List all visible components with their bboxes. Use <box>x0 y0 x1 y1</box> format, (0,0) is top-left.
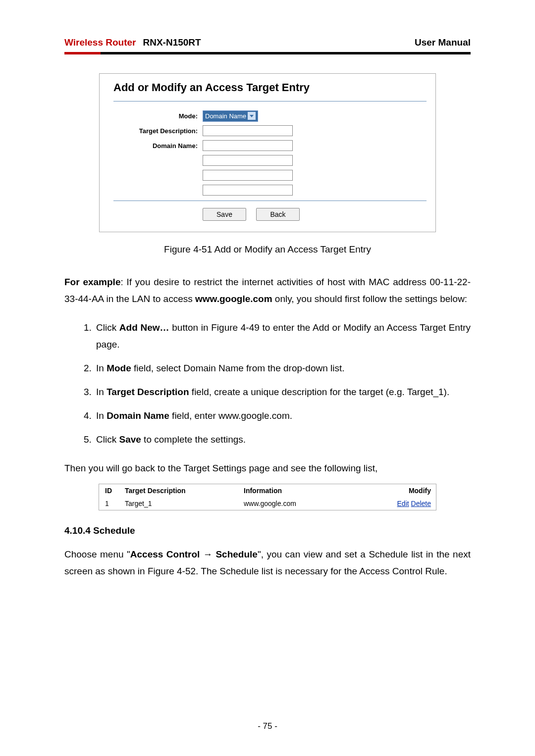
step-text: Click <box>96 322 119 333</box>
domain-name-row-4 <box>113 183 427 198</box>
mode-select-value: Domain Name <box>205 112 246 120</box>
cell-mod: Edit Delete <box>377 500 436 507</box>
figure-title: Add or Modify an Access Target Entry <box>113 81 427 94</box>
target-desc-row: Target Description: <box>113 123 427 138</box>
col-mod: Modify <box>377 487 436 495</box>
list-item: In Target Description field, create a un… <box>94 384 471 401</box>
schedule-menu-path: Access Control → Schedule <box>130 549 258 559</box>
step-bold: Domain Name <box>107 410 169 421</box>
mode-select[interactable]: Domain Name <box>203 110 258 122</box>
save-button[interactable]: Save <box>203 208 246 221</box>
section-number: 4.10.4 <box>64 525 93 536</box>
edit-link[interactable]: Edit <box>397 500 409 507</box>
step-bold: Mode <box>107 363 131 373</box>
step-text: Click <box>96 434 119 445</box>
step-bold: Target Description <box>107 387 189 397</box>
step-text: field, select Domain Name from the drop-… <box>131 363 345 373</box>
col-id: ID <box>99 487 125 495</box>
section-title: Schedule <box>93 525 135 536</box>
example-paragraph: For example: If you desire to restrict t… <box>64 274 471 307</box>
domain-name-row-3 <box>113 168 427 183</box>
for-example-bold: For example <box>64 277 120 287</box>
list-item: In Domain Name field, enter www.google.c… <box>94 407 471 424</box>
back-button[interactable]: Back <box>256 208 300 221</box>
step-bold: Save <box>119 434 141 445</box>
separator <box>113 201 427 201</box>
schedule-paragraph: Choose menu "Access Control → Schedule",… <box>64 546 471 580</box>
step-text: In <box>96 363 107 373</box>
page-number: - 75 - <box>0 721 535 731</box>
cell-id: 1 <box>99 500 125 507</box>
domain-name-input-3[interactable] <box>203 170 293 181</box>
domain-name-row-2 <box>113 153 427 168</box>
list-item: Click Add New… button in Figure 4-49 to … <box>94 319 471 353</box>
step-text: to complete the settings. <box>141 434 246 445</box>
button-row: Save Back <box>113 208 427 221</box>
domain-name-input-2[interactable] <box>203 155 293 166</box>
cell-info: www.google.com <box>244 500 377 507</box>
domain-name-row: Domain Name: <box>113 138 427 153</box>
example-text-2: only, you should first follow the settin… <box>272 294 468 304</box>
model: RNX-N150RT <box>143 37 201 48</box>
target-desc-label: Target Description: <box>113 127 203 135</box>
mode-label: Mode: <box>113 112 203 120</box>
schedule-text-1: Choose menu " <box>64 549 130 559</box>
list-item: In Mode field, select Domain Name from t… <box>94 360 471 377</box>
mode-row: Mode: Domain Name <box>113 108 427 123</box>
step-text: field, enter www.google.com. <box>169 410 292 421</box>
instruction-list: Click Add New… button in Figure 4-49 to … <box>64 319 471 448</box>
table-row: 1 Target_1 www.google.com Edit Delete <box>99 497 436 510</box>
step-text: In <box>96 410 107 421</box>
step-bold: Add New… <box>119 322 169 333</box>
chevron-down-icon <box>248 112 256 120</box>
col-desc: Target Description <box>125 487 244 495</box>
brand: Wireless Router <box>64 37 136 48</box>
domain-name-input-4[interactable] <box>203 185 293 196</box>
section-heading: 4.10.4 Schedule <box>64 525 471 536</box>
page-header: Wireless Router RNX-N150RT User Manual <box>64 37 471 52</box>
example-url: www.google.com <box>195 294 272 304</box>
header-rule <box>64 52 471 54</box>
step-text: In <box>96 387 107 397</box>
list-item: Click Save to complete the settings. <box>94 431 471 448</box>
cell-desc: Target_1 <box>125 500 244 507</box>
col-info: Information <box>244 487 377 495</box>
figure-caption: Figure 4-51 Add or Modify an Access Targ… <box>64 244 471 255</box>
target-desc-input[interactable] <box>203 125 293 136</box>
separator <box>113 101 427 101</box>
figure-box: Add or Modify an Access Target Entry Mod… <box>99 73 436 232</box>
target-table: ID Target Description Information Modify… <box>99 484 436 510</box>
after-steps-text: Then you will go back to the Target Sett… <box>64 460 471 477</box>
delete-link[interactable]: Delete <box>411 500 431 507</box>
step-text: field, create a unique description for t… <box>189 387 450 397</box>
domain-name-input-1[interactable] <box>203 140 293 151</box>
table-header: ID Target Description Information Modify <box>99 484 436 497</box>
user-manual-label: User Manual <box>415 37 471 48</box>
domain-name-label: Domain Name: <box>113 142 203 150</box>
